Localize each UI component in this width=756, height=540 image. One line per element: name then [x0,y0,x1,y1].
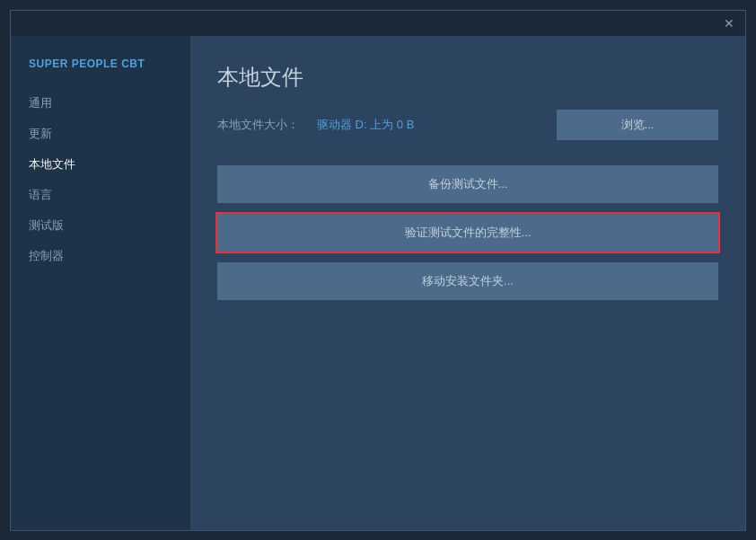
titlebar: ✕ [11,11,745,36]
backup-button[interactable]: 备份测试文件... [217,165,718,203]
sidebar-item-language[interactable]: 语言 [11,180,190,210]
sidebar-item-beta[interactable]: 测试版 [11,210,190,241]
main-window: ✕ SUPER PEOPLE CBT 通用 更新 本地文件 语言 测试版 控制器… [10,10,746,531]
move-button[interactable]: 移动安装文件夹... [217,262,718,300]
main-panel: 本地文件 本地文件大小： 驱动器 D: 上为 0 B 浏览... 备份测试文件.… [190,36,745,530]
page-title: 本地文件 [217,63,718,92]
content-area: SUPER PEOPLE CBT 通用 更新 本地文件 语言 测试版 控制器 本… [11,36,745,530]
sidebar-item-controller[interactable]: 控制器 [11,241,190,271]
drive-label[interactable]: 驱动器 D: 上为 0 B [317,117,414,133]
sidebar-item-general[interactable]: 通用 [11,88,190,119]
verify-button[interactable]: 验证测试文件的完整性... [217,214,718,252]
file-size-row: 本地文件大小： 驱动器 D: 上为 0 B 浏览... [217,110,718,140]
action-buttons: 备份测试文件... 验证测试文件的完整性... 移动安装文件夹... [217,165,718,300]
file-size-label: 本地文件大小： [217,117,299,133]
sidebar-app-title: SUPER PEOPLE CBT [11,50,190,88]
sidebar-item-updates[interactable]: 更新 [11,119,190,149]
sidebar-item-local-files[interactable]: 本地文件 [11,149,190,180]
sidebar: SUPER PEOPLE CBT 通用 更新 本地文件 语言 测试版 控制器 [11,36,190,530]
browse-button[interactable]: 浏览... [557,110,718,140]
close-button[interactable]: ✕ [720,14,738,32]
